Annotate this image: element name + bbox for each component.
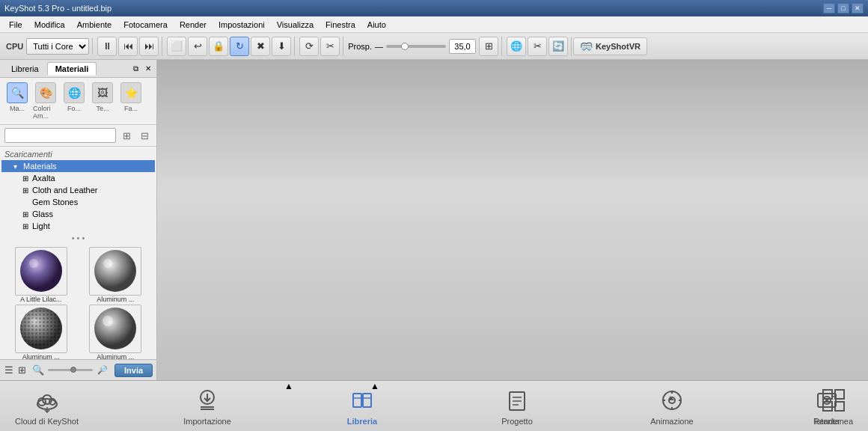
project-icon (504, 387, 531, 414)
maximize-btn[interactable]: □ (837, 3, 849, 13)
svg-rect-19 (353, 394, 361, 407)
undo-btn[interactable]: ↩ (188, 37, 207, 56)
menu-item-finestra[interactable]: Finestra (320, 19, 361, 31)
thumb-item-alum3[interactable]: Aluminum ... (79, 305, 153, 359)
grid-view-btn[interactable]: ⊞ (18, 363, 26, 378)
close-btn[interactable]: ✕ (852, 3, 864, 13)
forward-btn[interactable]: ⏭ (139, 37, 159, 56)
perspective-slider-thumb (401, 43, 409, 50)
library-icons: 🔍 Ma... 🎨 Colori Am... 🌐 Fo... 🖼 Te... ⭐… (0, 78, 156, 125)
bot-item-cloud[interactable]: Cloud di KeyShot (15, 387, 79, 426)
tree-expand-axalta: ⊞ (22, 174, 30, 183)
size-slider: 🔍 🔎 (31, 363, 110, 378)
thumb-item-alum1[interactable]: Aluminum ... (79, 247, 153, 303)
globe-btn[interactable]: 🌐 (507, 37, 526, 56)
lib-icon-colors[interactable]: 🎨 Colori Am... (33, 82, 58, 120)
minimize-btn[interactable]: ─ (823, 3, 835, 13)
tree-item-gem[interactable]: ⊞ Gem Stones (10, 196, 155, 208)
tree-item-materials-label: Materials (23, 162, 57, 171)
bot-item-progetto[interactable]: Progetto (491, 387, 543, 426)
size-decrease-btn[interactable]: 🔍 (31, 363, 46, 378)
cpu-cores-select[interactable]: Tutti i Core (26, 38, 89, 55)
invia-btn[interactable]: Invia (114, 364, 153, 377)
lock-btn[interactable]: 🔒 (209, 37, 228, 56)
bot-item-animazione[interactable]: Animazione (646, 387, 698, 426)
pause-btn[interactable]: ⏸ (97, 37, 117, 56)
expand-arrow-2[interactable]: ▲ (370, 381, 379, 391)
perspective-value[interactable]: 35,0 (449, 39, 476, 54)
tree-item-axalta[interactable]: ⊞ Axalta (10, 172, 155, 184)
bottom-bar: ▲ ▲ Cloud di KeyShot Importazion (0, 380, 868, 431)
menu-item-modifica[interactable]: Modifica (28, 19, 71, 31)
bot-item-importazione[interactable]: Importazione (181, 387, 233, 426)
svg-rect-41 (835, 402, 844, 411)
left-panel: Libreria Materiali ⧉ ✕ 🔍 Ma... 🎨 Colori … (0, 60, 157, 380)
menu-item-file[interactable]: File (3, 19, 28, 31)
tab-libreria[interactable]: Libreria (3, 62, 47, 76)
svg-point-3 (103, 259, 112, 268)
menu-item-aiuto[interactable]: Aiuto (361, 19, 392, 31)
tree-item-axalta-label: Axalta (32, 174, 55, 183)
delete-btn[interactable]: ✖ (251, 37, 270, 56)
list-view-btn[interactable]: ☰ (4, 363, 13, 378)
scissors-btn[interactable]: ✂ (528, 37, 547, 56)
tree-ellipsis: • • • (1, 232, 155, 244)
svg-point-2 (94, 250, 136, 292)
back-btn[interactable]: ⏮ (118, 37, 138, 56)
animation-icon (658, 387, 685, 414)
thumb-item-alum2[interactable]: Aluminum ... (4, 305, 78, 359)
tree-item-light[interactable]: ⊞ Light (10, 220, 155, 232)
menu-item-render[interactable]: Render (174, 19, 213, 31)
size-increase-btn[interactable]: 🔎 (95, 363, 110, 378)
down-btn[interactable]: ⬇ (272, 37, 291, 56)
expand-arrow-1[interactable]: ▲ (284, 381, 293, 391)
lib-icon-materials-img: 🔍 (7, 82, 28, 103)
prosp-dash: — (375, 42, 383, 51)
lib-icon-fa-label: Fa... (124, 105, 138, 112)
tab-materiali[interactable]: Materiali (47, 62, 97, 76)
menu-item-impostazioni[interactable]: Impostazioni (213, 19, 271, 31)
rotate-btn[interactable]: ↻ (230, 37, 249, 56)
menu-item-ambiente[interactable]: Ambiente (71, 19, 117, 31)
tree-item-glass[interactable]: ⊞ Glass (10, 208, 155, 220)
tree-item-cloth[interactable]: ⊞ Cloth and Leather (10, 184, 155, 196)
thumb-item-lilac[interactable]: A Little Lilac... (4, 247, 78, 303)
svg-rect-40 (823, 402, 832, 411)
thumb-img-alum3 (89, 305, 141, 353)
perspective-slider-track[interactable] (386, 45, 446, 48)
tree-item-materials[interactable]: ▾ Materials (1, 160, 155, 172)
sync-btn[interactable]: ⟳ (299, 37, 319, 56)
lib-icon-fo[interactable]: 🌐 Fo... (61, 82, 87, 120)
main-layout: Libreria Materiali ⧉ ✕ 🔍 Ma... 🎨 Colori … (0, 60, 868, 380)
refresh-btn[interactable]: 🔄 (548, 37, 568, 56)
snapshot-icon (820, 387, 847, 414)
svg-point-8 (94, 308, 136, 349)
tree-sub-materials: ⊞ Axalta ⊞ Cloth and Leather ⊞ Gem Stone… (1, 172, 155, 232)
sort-btn[interactable]: ⊟ (137, 128, 152, 143)
keyshot-vr-btn[interactable]: 🥽 KeyShotVR (573, 37, 647, 55)
search-input[interactable] (4, 128, 116, 143)
lib-icon-fo-img: 🌐 (64, 82, 85, 103)
bot-libreria-label: Libreria (347, 417, 377, 426)
size-slider-track[interactable] (48, 369, 93, 371)
aspect-btn[interactable]: ⊞ (479, 37, 498, 56)
cut-btn[interactable]: ✂ (320, 37, 340, 56)
screenshot-btn[interactable]: ⬜ (167, 37, 186, 56)
tree-area[interactable]: Scaricamenti ▾ Materials ⊞ Axalta ⊞ Clot… (0, 147, 156, 359)
bot-item-libreria[interactable]: Libreria (336, 387, 388, 426)
menubar: FileModificaAmbienteFotocameraRenderImpo… (0, 16, 868, 33)
menu-item-fotocamera[interactable]: Fotocamera (117, 19, 174, 31)
lib-icon-te[interactable]: 🖼 Te... (90, 82, 115, 120)
bot-item-istantanea[interactable]: Istantanea (815, 387, 853, 426)
lib-icon-materials[interactable]: 🔍 Ma... (4, 82, 30, 120)
svg-rect-39 (835, 390, 844, 399)
menu-item-visualizza[interactable]: Visualizza (271, 19, 320, 31)
panel-float-btn[interactable]: ⧉ (130, 64, 141, 74)
filter-btn[interactable]: ⊞ (119, 128, 134, 143)
lib-icon-fa[interactable]: ⭐ Fa... (118, 82, 144, 120)
lib-icon-te-img: 🖼 (92, 82, 113, 103)
cpu-group: CPU Tutti i Core (3, 38, 93, 55)
thumb-img-alum1 (89, 247, 141, 296)
panel-close-btn[interactable]: ✕ (143, 64, 153, 74)
cloud-icon (34, 387, 61, 414)
